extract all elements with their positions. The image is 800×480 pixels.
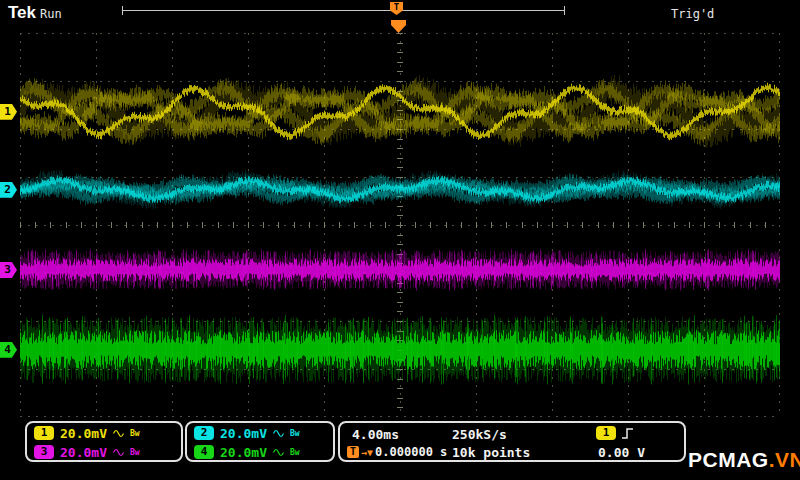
trigger-position-value: 0.000000 s (375, 445, 447, 459)
record-view-bar (122, 10, 565, 11)
channel-readout-box-1-3: 1 20.0mV Bw 3 20.0mV Bw (25, 421, 183, 462)
trigger-flag-label: T (394, 2, 399, 12)
record-length: 10k points (452, 445, 530, 460)
trigger-source: 1 (596, 426, 634, 440)
channel-2-scale: 20.0mV (220, 426, 267, 441)
ac-coupling-sine-icon (113, 429, 124, 438)
channel-3-scale: 20.0mV (60, 445, 107, 460)
channel-1-readout: 1 20.0mV Bw (27, 423, 181, 442)
channel-2-ground-marker: 2 (0, 182, 17, 198)
trigger-status: Trig'd (671, 7, 714, 21)
trigger-t-icon: T (347, 446, 359, 458)
trigger-position-arrow-icon (391, 20, 406, 33)
channel-4-ground-marker: 4 (0, 342, 17, 358)
timebase-scale: 4.00ms (352, 427, 399, 442)
channel-1-badge: 1 (34, 426, 54, 440)
sample-rate: 250kS/s (452, 427, 507, 442)
waveform-canvas (20, 33, 780, 417)
trigger-source-badge: 1 (596, 426, 616, 440)
channel-1-scale: 20.0mV (60, 426, 107, 441)
channel-3-badge: 3 (34, 445, 54, 459)
channel-3-readout: 3 20.0mV Bw (27, 442, 181, 461)
trigger-position-flag-icon: T (390, 2, 403, 15)
ac-coupling-sine-icon (273, 429, 284, 438)
channel-3-ground-marker: 3 (0, 262, 17, 278)
trigger-level: 0.00 V (598, 445, 645, 460)
channel-4-readout: 4 20.0mV Bw (187, 442, 333, 461)
channel-2-readout: 2 20.0mV Bw (187, 423, 333, 442)
channel-1-ground-marker: 1 (0, 104, 17, 120)
channel-readout-box-2-4: 2 20.0mV Bw 4 20.0mV Bw (185, 421, 335, 462)
watermark-secondary: .VN (769, 448, 800, 471)
channel-2-badge: 2 (194, 426, 214, 440)
trigger-position-arrow-glyphs: →▼ (361, 447, 373, 458)
record-start-tick (122, 6, 123, 15)
channel-4-badge: 4 (194, 445, 214, 459)
ac-coupling-sine-icon (273, 448, 284, 457)
waveform-display (20, 33, 780, 417)
rising-edge-icon (621, 427, 634, 440)
bandwidth-limit-icon: Bw (290, 429, 300, 438)
acquisition-status: Run (40, 7, 62, 21)
watermark-primary: PCMAG (688, 448, 769, 471)
tek-logo: Tek (8, 3, 36, 23)
oscilloscope-screen: Tek Run T Trig'd 1 2 3 4 1 20.0mV Bw 3 2… (0, 0, 800, 480)
bandwidth-limit-icon: Bw (130, 429, 140, 438)
bandwidth-limit-icon: Bw (130, 448, 140, 457)
ac-coupling-sine-icon (113, 448, 124, 457)
trigger-position-readout: T →▼ 0.000000 s (347, 445, 447, 459)
channel-4-scale: 20.0mV (220, 445, 267, 460)
record-end-tick (564, 6, 565, 15)
timebase-trigger-box: 4.00ms 250kS/s 1 T →▼ 0.000000 s 10k poi… (338, 421, 686, 462)
bandwidth-limit-icon: Bw (290, 448, 300, 457)
pcmag-watermark: PCMAG.VN (688, 448, 800, 472)
